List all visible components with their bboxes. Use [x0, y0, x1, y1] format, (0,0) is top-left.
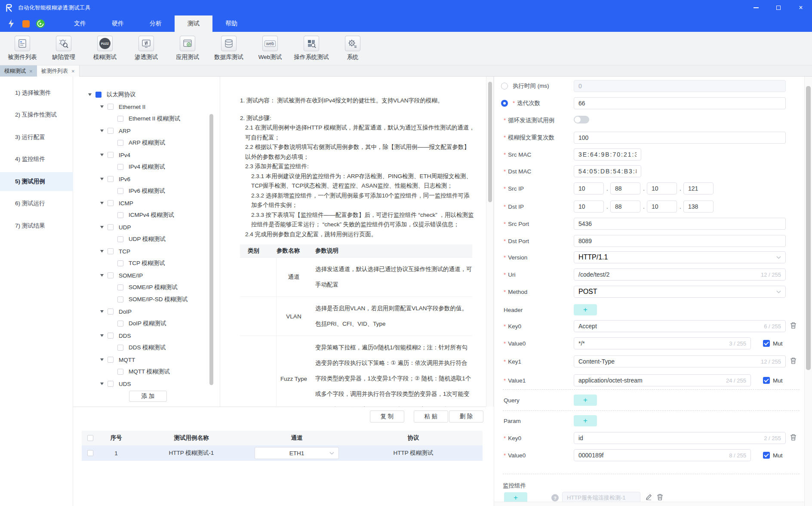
- tree-item-ipv6[interactable]: IPv6: [73, 173, 220, 185]
- src-mac-input[interactable]: [574, 148, 641, 160]
- tree-checkbox[interactable]: [108, 152, 114, 158]
- add-header-button[interactable]: +: [574, 304, 597, 315]
- tree-checkbox[interactable]: [117, 284, 123, 290]
- help-icon[interactable]: ?: [551, 494, 559, 502]
- delete-key1-icon[interactable]: [790, 357, 797, 366]
- select-all-checkbox[interactable]: [87, 435, 93, 441]
- tree-checkbox[interactable]: [117, 345, 123, 351]
- src-ip-octet-1[interactable]: [574, 182, 604, 194]
- iterations-input[interactable]: [574, 97, 786, 109]
- tree-item-ipv4-fuzz[interactable]: IPv4 模糊测试: [73, 161, 220, 173]
- src-ip-octet-4[interactable]: [683, 182, 714, 194]
- caret-down-icon[interactable]: [88, 93, 92, 96]
- tree-item-dds[interactable]: DDS: [73, 330, 220, 342]
- tree-checkbox[interactable]: [117, 260, 123, 266]
- tree-checkbox[interactable]: [117, 369, 123, 375]
- delete-button[interactable]: 删 除: [449, 410, 483, 423]
- dst-ip-octet-4[interactable]: [683, 201, 714, 213]
- tree-checkbox[interactable]: [108, 200, 114, 206]
- tree-checkbox[interactable]: [108, 176, 114, 182]
- uri-input[interactable]: [578, 271, 757, 278]
- method-select[interactable]: POST: [574, 286, 786, 298]
- caret-down-icon[interactable]: [100, 130, 104, 132]
- tree-checkbox[interactable]: [108, 381, 114, 387]
- tree-item-ethernet2[interactable]: Ethernet II: [73, 101, 220, 113]
- lightning-icon[interactable]: [7, 19, 15, 28]
- dst-ip-octet-2[interactable]: [610, 201, 640, 213]
- caret-down-icon[interactable]: [100, 202, 104, 204]
- tree-item-ethernet2-fuzz[interactable]: Ethernet II 模糊测试: [73, 113, 220, 125]
- value1-input[interactable]: [578, 377, 723, 384]
- tree-checkbox[interactable]: [108, 333, 114, 339]
- caret-down-icon[interactable]: [100, 310, 104, 313]
- tree-checkbox[interactable]: [108, 248, 114, 254]
- add-query-button[interactable]: +: [574, 395, 597, 406]
- caret-down-icon[interactable]: [100, 334, 104, 337]
- caret-down-icon[interactable]: [100, 274, 104, 277]
- tree-item-udp-fuzz[interactable]: UDP 模糊测试: [73, 233, 220, 245]
- copy-button[interactable]: 复 制: [370, 410, 404, 423]
- fuzz-repeat-input[interactable]: [574, 132, 786, 144]
- tree-item-uds[interactable]: UDS: [73, 378, 220, 387]
- param-key0-input[interactable]: [578, 435, 760, 441]
- refresh-run-icon[interactable]: [36, 19, 45, 28]
- tree-checkbox[interactable]: [108, 224, 114, 230]
- tab-fuzz-test[interactable]: 模糊测试 ×: [0, 65, 37, 77]
- paste-button[interactable]: 粘 贴: [414, 410, 448, 423]
- close-button[interactable]: ×: [790, 0, 812, 15]
- toolbar-web-test[interactable]: web Web测试: [249, 32, 291, 65]
- tree-item-udp[interactable]: UDP: [73, 221, 220, 233]
- step-run-config[interactable]: 3) 运行配置: [0, 128, 73, 147]
- tree-item-ipv4[interactable]: IPv4: [73, 149, 220, 161]
- tab-close-icon[interactable]: ×: [29, 68, 33, 74]
- menu-help[interactable]: 帮助: [212, 15, 250, 32]
- tree-item-icmpv4-fuzz[interactable]: ICMPv4 模糊测试: [73, 209, 220, 221]
- key0-input[interactable]: [578, 323, 760, 330]
- minimize-button[interactable]: [745, 0, 767, 15]
- toolbar-defect-management[interactable]: 缺陷管理: [43, 32, 84, 65]
- iterations-radio[interactable]: [501, 100, 508, 107]
- stop-icon[interactable]: [22, 19, 30, 28]
- toolbar-app-test[interactable]: 应用测试: [167, 32, 208, 65]
- tree-checkbox[interactable]: [95, 92, 102, 98]
- edit-monitor-icon[interactable]: [646, 494, 652, 502]
- dst-ip-octet-3[interactable]: [647, 201, 677, 213]
- add-param-button[interactable]: +: [574, 415, 597, 426]
- tree-checkbox[interactable]: [108, 128, 114, 134]
- tree-checkbox[interactable]: [108, 104, 114, 110]
- value0-input[interactable]: [578, 340, 726, 347]
- toolbar-database-test[interactable]: 数据库测试: [208, 32, 249, 65]
- add-button[interactable]: 添 加: [129, 391, 167, 402]
- tree-item-someip-sd-fuzz[interactable]: SOME/IP-SD 模糊测试: [73, 293, 220, 305]
- value0-mut-checkbox[interactable]: Mut: [763, 340, 783, 347]
- caret-down-icon[interactable]: [100, 358, 104, 361]
- step-monitor-component[interactable]: 4) 监控组件: [0, 150, 73, 169]
- tree-checkbox[interactable]: [117, 116, 123, 122]
- caret-down-icon[interactable]: [100, 178, 104, 180]
- caret-down-icon[interactable]: [100, 226, 104, 228]
- version-select[interactable]: HTTP/1.1: [574, 251, 786, 263]
- step-test-result[interactable]: 7) 测试结果: [0, 216, 73, 235]
- tree-scrollbar[interactable]: [209, 114, 213, 385]
- menu-file[interactable]: 文件: [61, 15, 99, 32]
- param-value0-input[interactable]: [578, 452, 726, 459]
- toolbar-dut-list[interactable]: 被测件列表: [2, 32, 43, 65]
- tree-item-ethernet-protocol[interactable]: 以太网协议: [73, 89, 220, 101]
- delete-monitor-icon[interactable]: [657, 494, 663, 502]
- tree-item-tcp[interactable]: TCP: [73, 245, 220, 257]
- tree-checkbox[interactable]: [117, 188, 123, 194]
- tree-checkbox[interactable]: [117, 164, 123, 170]
- caret-down-icon[interactable]: [100, 154, 104, 156]
- toolbar-os-test[interactable]: 操作系统测试: [291, 32, 332, 65]
- step-test-case[interactable]: 5) 测试用例: [0, 172, 73, 191]
- tree-checkbox[interactable]: [108, 357, 114, 363]
- dst-mac-input[interactable]: [574, 165, 641, 177]
- tree-checkbox[interactable]: [117, 296, 123, 302]
- src-ip-octet-3[interactable]: [647, 182, 677, 194]
- tree-checkbox[interactable]: [117, 236, 123, 242]
- toolbar-fuzz-test[interactable]: FUZZ 模糊测试: [84, 32, 126, 65]
- tree-checkbox[interactable]: [117, 321, 123, 327]
- tree-item-mqtt[interactable]: MQTT: [73, 354, 220, 366]
- tree-item-someip-fuzz[interactable]: SOME/IP 模糊测试: [73, 281, 220, 293]
- tree-item-arp-fuzz[interactable]: ARP 模糊测试: [73, 137, 220, 149]
